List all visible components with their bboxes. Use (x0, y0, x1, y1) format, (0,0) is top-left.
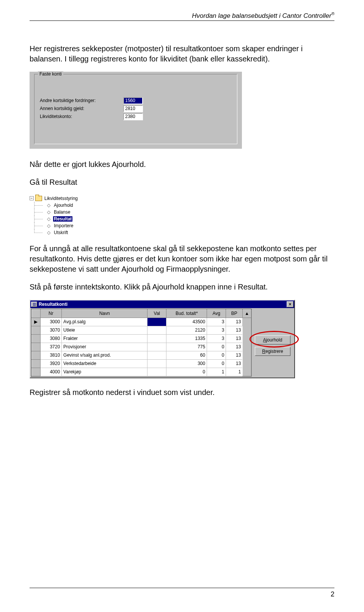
cell-avg[interactable]: 3 (207, 334, 226, 343)
cell-val[interactable] (147, 351, 166, 359)
cell-val[interactable] (147, 359, 166, 368)
cell-navn[interactable]: Frakter (62, 334, 147, 343)
col-header-navn[interactable]: Navn (62, 309, 147, 318)
grid-row[interactable]: 3720 Provisjoner 775 0 13 (32, 343, 251, 351)
cell-nr[interactable]: 3810 (40, 351, 62, 359)
window-titlebar: ▥ Resultatkonti × (30, 300, 294, 308)
row-marker (32, 343, 41, 351)
fk-input-annen-kortsiktig[interactable]: 2810 (123, 105, 143, 112)
registrere-button[interactable]: Registrere (255, 347, 290, 356)
faste-konti-row: Annen kortsiktig gjeld: 2810 (40, 105, 232, 112)
close-button[interactable]: × (287, 301, 293, 307)
row-marker (32, 326, 41, 334)
scroll-up-icon[interactable]: ▲ (243, 309, 251, 318)
cell-bp[interactable]: 13 (226, 359, 243, 368)
registered-mark: ® (331, 11, 334, 16)
leaf-icon: ◇ (46, 217, 52, 221)
cell-bud[interactable]: 43500 (166, 318, 207, 326)
resultatkonti-window: ▥ Resultatkonti × Nr Navn Val Bud. total… (30, 300, 295, 378)
nav-tree: − Likviditetsstyring ◇ Ajourhold ◇ Balan… (30, 195, 334, 236)
cell-nr[interactable]: 3080 (40, 334, 62, 343)
cell-navn[interactable]: Provisjoner (62, 343, 147, 351)
window-title: Resultatkonti (39, 302, 287, 307)
cell-navn[interactable]: Varekjøp (62, 368, 147, 376)
cell-avg[interactable]: 0 (207, 351, 226, 359)
grid-row[interactable]: 3080 Frakter 1335 3 13 (32, 334, 251, 343)
faste-konti-row: Andre kortsiktige fordringer: 1560 (40, 97, 232, 104)
grid-row[interactable]: 3920 Verkstedarbeide 300 0 13 (32, 359, 251, 368)
cell-navn[interactable]: Avg.pl.salg (62, 318, 147, 326)
resultatkonti-grid[interactable]: Nr Navn Val Bud. totalt* Avg BP ▲ ▶ 3000… (31, 309, 252, 377)
cell-nr[interactable]: 3720 (40, 343, 62, 351)
cell-navn[interactable]: Utleie (62, 326, 147, 334)
paragraph-5: Stå på første inntektskonto. Klikk på Aj… (30, 282, 334, 292)
row-marker (32, 351, 41, 359)
cell-bud[interactable]: 1335 (166, 334, 207, 343)
cell-avg[interactable]: 1 (207, 368, 226, 376)
cell-val-selected[interactable] (147, 318, 166, 326)
cell-bp[interactable]: 13 (226, 343, 243, 351)
cell-nr[interactable]: 3920 (40, 359, 62, 368)
tree-item-balanse[interactable]: ◇ Balanse (30, 209, 128, 216)
leaf-icon: ◇ (46, 210, 52, 214)
cell-nr[interactable]: 3070 (40, 326, 62, 334)
row-marker (32, 368, 41, 376)
cell-bud[interactable]: 60 (166, 351, 207, 359)
fk-input-andre-kortsiktige[interactable]: 1560 (123, 97, 143, 104)
grid-header-row: Nr Navn Val Bud. totalt* Avg BP ▲ (32, 309, 251, 318)
cell-navn[interactable]: Gevinst v/salg anl.prod. (62, 351, 147, 359)
col-header-bud[interactable]: Bud. totalt* (166, 309, 207, 318)
leaf-icon: ◇ (46, 230, 52, 235)
page-header: Hvordan lage balansebudsjett i Cantor Co… (30, 11, 334, 21)
faste-konti-legend: Faste konti (38, 71, 63, 77)
grid-row[interactable]: 4000 Varekjøp 0 1 1 (32, 368, 251, 376)
ajourhold-button-label: jourhold (266, 337, 282, 343)
header-text: Hvordan lage balansebudsjett i Cantor Co… (192, 12, 331, 19)
cell-bud[interactable]: 300 (166, 359, 207, 368)
cell-bp[interactable]: 13 (226, 351, 243, 359)
cell-val[interactable] (147, 326, 166, 334)
col-header-val[interactable]: Val (147, 309, 166, 318)
tree-item-importere[interactable]: ◇ Importere (30, 222, 128, 229)
tree-item-ajourhold[interactable]: ◇ Ajourhold (30, 202, 128, 209)
ajourhold-button[interactable]: Ajourhold (255, 335, 290, 345)
tree-collapse-icon[interactable]: − (30, 196, 34, 200)
cell-bud[interactable]: 775 (166, 343, 207, 351)
cell-navn[interactable]: Verkstedarbeide (62, 359, 147, 368)
cell-nr[interactable]: 4000 (40, 368, 62, 376)
folder-icon (35, 196, 42, 201)
fk-label-andre-kortsiktige: Andre kortsiktige fordringer: (40, 98, 123, 103)
grid-corner (32, 309, 41, 318)
col-header-avg[interactable]: Avg (207, 309, 226, 318)
window-button-panel: Ajourhold Registrere (252, 309, 293, 377)
cell-avg[interactable]: 3 (207, 318, 226, 326)
grid-row[interactable]: ▶ 3000 Avg.pl.salg 43500 3 13 (32, 318, 251, 326)
cell-bp[interactable]: 13 (226, 318, 243, 326)
cell-val[interactable] (147, 334, 166, 343)
cell-avg[interactable]: 0 (207, 343, 226, 351)
cell-nr[interactable]: 3000 (40, 318, 62, 326)
col-header-nr[interactable]: Nr (40, 309, 62, 318)
grid-row[interactable]: 3810 Gevinst v/salg anl.prod. 60 0 13 (32, 351, 251, 359)
tree-item-label: Utskrift (53, 230, 69, 235)
tree-root-row[interactable]: − Likviditetsstyring (30, 195, 128, 202)
cell-bud[interactable]: 2120 (166, 326, 207, 334)
cell-val[interactable] (147, 368, 166, 376)
cell-bp[interactable]: 13 (226, 334, 243, 343)
cell-bud[interactable]: 0 (166, 368, 207, 376)
cell-bp[interactable]: 1 (226, 368, 243, 376)
cell-bp[interactable]: 13 (226, 326, 243, 334)
system-menu-icon[interactable]: ▥ (31, 302, 37, 307)
tree-item-utskrift[interactable]: ◇ Utskrift (30, 229, 128, 236)
tree-item-label: Ajourhold (53, 203, 74, 208)
scrollbar-track[interactable] (243, 318, 251, 376)
tree-item-resultat[interactable]: ◇ Resultat (30, 216, 128, 222)
grid-row[interactable]: 3070 Utleie 2120 3 13 (32, 326, 251, 334)
col-header-bp[interactable]: BP (226, 309, 243, 318)
paragraph-1: Her registreres sekkeposter (motposter) … (30, 44, 334, 64)
cell-avg[interactable]: 0 (207, 359, 226, 368)
fk-input-likviditetskonto[interactable]: 2380 (123, 113, 143, 120)
cell-avg[interactable]: 3 (207, 326, 226, 334)
row-marker: ▶ (32, 318, 41, 326)
cell-val[interactable] (147, 343, 166, 351)
